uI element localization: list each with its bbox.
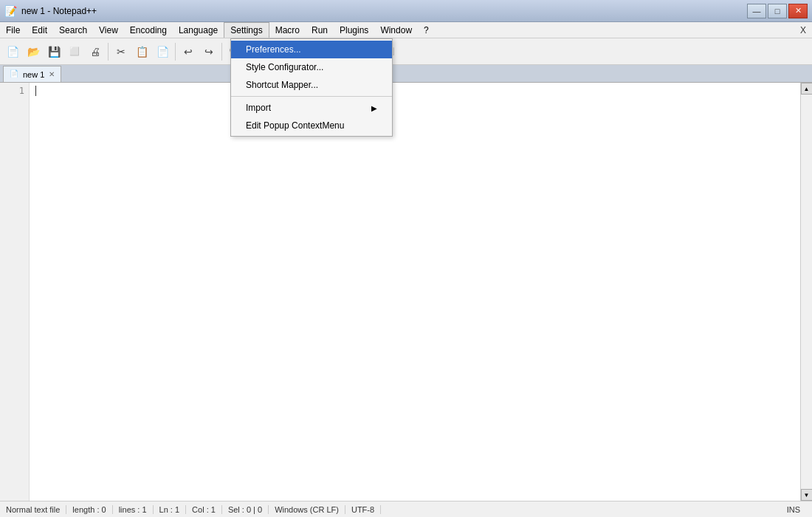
- toolbar-paste[interactable]: 📄: [153, 42, 172, 61]
- status-col: Col : 1: [186, 505, 222, 514]
- scroll-up-button[interactable]: ▲: [801, 83, 813, 95]
- menu-edit[interactable]: Edit: [26, 22, 53, 38]
- status-ins: INS: [781, 505, 806, 514]
- right-scrollbar[interactable]: ▲ ▼: [800, 83, 812, 501]
- menu-bar: File Edit Search View Encoding Language …: [0, 22, 812, 38]
- menu-shortcut-mapper[interactable]: Shortcut Mapper...: [231, 76, 392, 94]
- status-sel: Sel : 0 | 0: [222, 505, 269, 514]
- preferences-label: Preferences...: [246, 44, 301, 55]
- status-encoding: UTF-8: [345, 505, 381, 514]
- line-number-1: 1: [0, 86, 24, 96]
- toolbar-sep-2: [175, 43, 176, 61]
- tab-file-icon: 📄: [10, 69, 20, 80]
- menu-window[interactable]: Window: [374, 22, 418, 38]
- status-lines: lines : 1: [113, 505, 154, 514]
- toolbar: 📄 📂 💾 ⬜ 🖨 ✂ 📋 📄 ↩ ↪ 🔍 🔲 🔲 ● ▶ ▶ ▶▶ ⬜: [0, 38, 812, 65]
- status-length: length : 0: [66, 505, 112, 514]
- settings-dropdown: Preferences... Style Configurator... Sho…: [230, 38, 393, 137]
- menu-macro[interactable]: Macro: [269, 22, 306, 38]
- tab-new1[interactable]: 📄 new 1 ✕: [3, 66, 61, 82]
- menu-style-configurator[interactable]: Style Configurator...: [231, 58, 392, 76]
- toolbar-save[interactable]: 💾: [44, 42, 63, 61]
- menu-help[interactable]: ?: [418, 22, 435, 38]
- menu-search[interactable]: Search: [53, 22, 93, 38]
- editor-content[interactable]: [30, 83, 800, 501]
- menu-edit-popup-context[interactable]: Edit Popup ContextMenu: [231, 117, 392, 134]
- menu-view[interactable]: View: [93, 22, 124, 38]
- menu-import[interactable]: Import ▶: [231, 99, 392, 117]
- status-bar: Normal text file length : 0 lines : 1 Ln…: [0, 501, 812, 517]
- menu-plugins[interactable]: Plugins: [334, 22, 374, 38]
- maximize-button[interactable]: □: [768, 4, 787, 18]
- menu-language[interactable]: Language: [173, 22, 224, 38]
- status-ln: Ln : 1: [154, 505, 187, 514]
- toolbar-new[interactable]: 📄: [3, 42, 22, 61]
- shortcut-mapper-label: Shortcut Mapper...: [246, 80, 318, 90]
- tab-close-button[interactable]: ✕: [49, 70, 55, 78]
- title-left: 📝 new 1 - Notepad++: [4, 5, 97, 17]
- dropdown-separator: [231, 96, 392, 97]
- toolbar-open[interactable]: 📂: [24, 42, 43, 61]
- toolbar-sep-3: [221, 43, 222, 61]
- edit-popup-label: Edit Popup ContextMenu: [246, 120, 344, 131]
- import-label: Import: [246, 103, 271, 113]
- status-file-type: Normal text file: [6, 505, 66, 514]
- style-configurator-label: Style Configurator...: [246, 62, 323, 72]
- menu-run[interactable]: Run: [306, 22, 334, 38]
- toolbar-sep-1: [108, 43, 109, 61]
- toolbar-print[interactable]: 🖨: [86, 42, 105, 61]
- status-eol: Windows (CR LF): [269, 505, 345, 514]
- menu-settings[interactable]: Settings: [224, 22, 269, 38]
- toolbar-undo[interactable]: ↩: [179, 42, 198, 61]
- toolbar-copy[interactable]: 📋: [132, 42, 151, 61]
- line-numbers: 1: [0, 83, 30, 501]
- tab-label: new 1: [23, 70, 44, 79]
- app-icon: 📝: [4, 5, 17, 17]
- editor-cursor: [35, 86, 36, 96]
- toolbar-cut[interactable]: ✂: [111, 42, 131, 61]
- import-arrow-icon: ▶: [371, 104, 377, 112]
- menubar-close[interactable]: X: [794, 22, 812, 38]
- menu-preferences[interactable]: Preferences...: [231, 41, 392, 58]
- menu-encoding[interactable]: Encoding: [124, 22, 173, 38]
- title-bar: 📝 new 1 - Notepad++ — □ ✕: [0, 0, 812, 22]
- close-button[interactable]: ✕: [788, 4, 808, 18]
- minimize-button[interactable]: —: [747, 4, 766, 18]
- editor-container: 1 ▲ ▼: [0, 83, 812, 501]
- title-text: new 1 - Notepad++: [21, 6, 97, 16]
- toolbar-save-all[interactable]: ⬜: [65, 42, 84, 61]
- title-buttons: — □ ✕: [747, 4, 808, 18]
- toolbar-redo[interactable]: ↪: [199, 42, 219, 61]
- menu-file[interactable]: File: [0, 22, 26, 38]
- tab-bar: 📄 new 1 ✕: [0, 65, 812, 83]
- scroll-down-button[interactable]: ▼: [801, 489, 813, 501]
